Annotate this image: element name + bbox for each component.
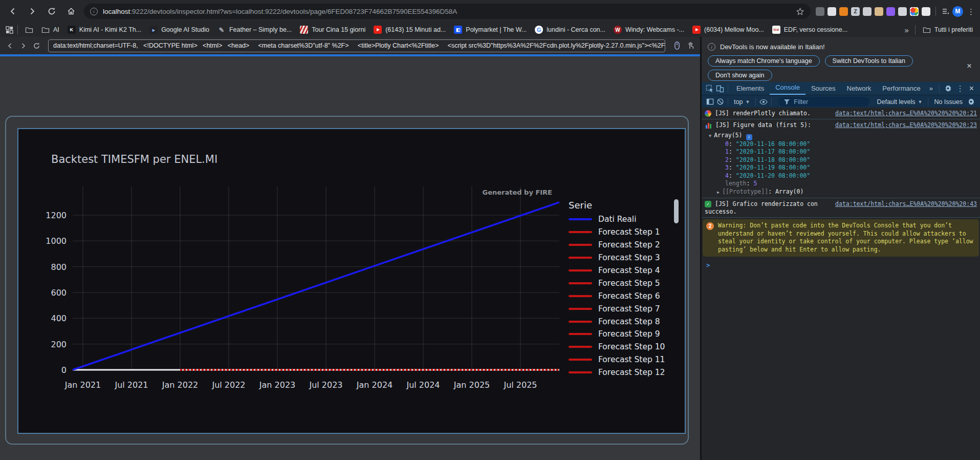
legend-item[interactable]: Forecast Step 3 (569, 252, 665, 264)
console-prompt[interactable]: > (702, 258, 980, 269)
legend-scrollbar[interactable] (674, 199, 679, 223)
bookmark-item[interactable]: (6034) Mellow Moo... (692, 26, 764, 34)
svg-text:Generated by FIRE: Generated by FIRE (482, 189, 552, 196)
profile-avatar[interactable]: M (952, 6, 963, 17)
log-levels-selector[interactable]: Default levels▼ (874, 98, 925, 106)
svg-text:Jul 2021: Jul 2021 (114, 380, 148, 390)
legend-item[interactable]: Forecast Step 1 (569, 226, 665, 239)
tab-list-icon[interactable] (939, 5, 952, 18)
forward-icon[interactable] (26, 5, 39, 18)
console-settings-gear-icon[interactable] (966, 97, 976, 107)
bookmark-item[interactable]: ◧Polymarket | The W... (454, 26, 527, 34)
bookmark-star-icon[interactable] (795, 7, 804, 16)
expand-triangle-icon[interactable]: ▶ (717, 190, 720, 195)
legend-item[interactable]: Forecast Step 4 (569, 264, 665, 277)
clear-console-icon[interactable] (715, 97, 725, 107)
legend-item[interactable]: Dati Reali (569, 213, 665, 226)
page-info-icon[interactable]: i (90, 8, 98, 15)
back-icon[interactable] (6, 5, 19, 18)
page-reload-icon[interactable] (30, 39, 42, 52)
svg-text:1200: 1200 (46, 211, 67, 220)
chrome-menu-icon[interactable]: ⋮ (967, 8, 975, 15)
tour-cina-icon (300, 26, 308, 34)
dont-show-again-button[interactable]: Don't show again (708, 70, 772, 81)
profile-extension-icon[interactable] (875, 7, 883, 16)
plotly-chart[interactable]: Jan 2021Jul 2021Jan 2022Jul 2022Jan 2023… (17, 128, 686, 434)
reload-icon[interactable] (45, 5, 58, 18)
page-back-icon[interactable] (4, 39, 16, 52)
bookmark-item[interactable]: IGdIEDF, verso cessione... (772, 26, 847, 34)
console-messages[interactable]: [JS] renderPlotly chiamato. data:text/ht… (702, 108, 980, 460)
context-selector[interactable]: top▼ (731, 98, 753, 106)
all-bookmarks-folder[interactable]: Tutti i preferiti (923, 26, 973, 34)
crystal-extension-icon[interactable] (886, 7, 895, 16)
bookmark-item[interactable]: Tour Cina 15 giorni (300, 26, 365, 34)
console-sidebar-icon[interactable] (705, 97, 715, 107)
legend-item[interactable]: Forecast Step 11 (569, 353, 665, 366)
source-link[interactable]: data:text/html;chars…E%0A%20%20%20%20:23 (830, 121, 977, 129)
tab-performance[interactable]: Performance (877, 82, 926, 95)
settings-gear-icon[interactable] (943, 83, 953, 94)
bookmark-label: Windy: Webcams -... (625, 26, 684, 33)
legend-item[interactable]: Forecast Step 10 (569, 341, 665, 353)
match-language-button[interactable]: Always match Chrome's language (708, 55, 820, 67)
bookmark-item[interactable]: ▸Google AI Studio (149, 26, 209, 34)
legend-item[interactable]: Forecast Step 12 (569, 366, 665, 379)
issues-counter[interactable]: No Issues (931, 98, 966, 106)
console-filter-input[interactable]: Filter (778, 97, 869, 107)
mouse-mode-icon[interactable] (671, 39, 683, 52)
switch-italian-button[interactable]: Switch DevTools to Italian (825, 55, 913, 67)
prototype-row[interactable]: ▶[[Prototype]]: Array(0) (702, 188, 980, 197)
screencast-url-input[interactable]: data:text/html;charset=UTF-8, <!DOCTYPE … (48, 39, 665, 52)
bookmark-item[interactable]: WWindy: Webcams -... (614, 26, 684, 34)
bookmark-item[interactable]: AI (41, 26, 59, 34)
legend-item[interactable]: Forecast Step 8 (569, 315, 665, 328)
tab-console[interactable]: Console (770, 82, 805, 95)
legend-item[interactable]: Forecast Step 9 (569, 328, 665, 341)
live-expression-eye-icon[interactable] (758, 97, 769, 107)
legend-item[interactable]: Forecast Step 5 (569, 277, 665, 289)
infobar-close-icon[interactable]: × (967, 61, 972, 70)
sphere-extension-icon[interactable] (898, 7, 907, 16)
bookmark-items: AIKKimi AI - Kimi K2 Th...▸Google AI Stu… (21, 26, 901, 34)
bookmarks-overflow-icon[interactable]: » (904, 26, 908, 34)
bookmark-item[interactable]: (6143) 15 Minuti ad... (374, 26, 446, 34)
bookmark-item[interactable]: ✎Feather – Simply be... (217, 26, 292, 34)
source-link[interactable]: data:text/html;chars…E%0A%20%20%20%20:21 (830, 110, 977, 117)
inspect-element-icon[interactable] (705, 83, 715, 94)
camera-extension-icon[interactable] (816, 7, 824, 16)
mouse-extension-icon[interactable] (827, 7, 836, 16)
svg-text:1000: 1000 (46, 236, 67, 246)
bookmark-label: lundini - Cerca con... (547, 26, 605, 33)
legend-item[interactable]: Forecast Step 2 (569, 239, 665, 252)
array-summary-row[interactable]: ▼Array(5)i (702, 132, 980, 140)
screencast-toolbar: data:text/html;charset=UTF-8, <!DOCTYPE … (0, 37, 700, 54)
metamask-extension-icon[interactable] (839, 7, 848, 16)
legend-item[interactable]: Forecast Step 6 (569, 289, 665, 302)
tab-network[interactable]: Network (841, 82, 877, 95)
atom-extension-icon[interactable] (863, 7, 872, 16)
devtools-menu-icon[interactable]: ⋮ (956, 85, 964, 92)
address-bar[interactable]: i localhost:9222/devtools/inspector.html… (84, 4, 811, 19)
bookmark-item[interactable]: KKimi AI - Kimi K2 Th... (68, 26, 141, 34)
tab-elements[interactable]: Elements (731, 82, 770, 95)
collapse-triangle-icon[interactable]: ▼ (709, 133, 711, 138)
source-link[interactable]: data:text/html;chars…E%0A%20%20%20%20:43 (830, 200, 977, 208)
bookmark-item[interactable]: Glundini - Cerca con... (535, 26, 605, 34)
home-icon[interactable] (64, 5, 78, 18)
legend-label: Forecast Step 9 (598, 329, 660, 339)
legend-title: Serie (569, 200, 665, 211)
clipboard-extension-icon[interactable] (922, 7, 930, 16)
device-toolbar-icon[interactable] (715, 83, 725, 94)
tab-sources[interactable]: Sources (805, 82, 841, 95)
touch-mode-icon[interactable] (684, 39, 696, 52)
bookmark-item[interactable] (25, 26, 33, 34)
page-forward-icon[interactable] (17, 39, 29, 52)
photos-extension-icon[interactable] (910, 7, 919, 16)
zotero-extension-icon[interactable]: Z (851, 7, 860, 16)
apps-grid-icon[interactable] (4, 23, 14, 36)
more-tabs-icon[interactable]: » (926, 85, 936, 92)
legend-label: Forecast Step 11 (598, 355, 665, 364)
legend-item[interactable]: Forecast Step 7 (569, 302, 665, 315)
devtools-close-icon[interactable]: × (967, 84, 976, 93)
